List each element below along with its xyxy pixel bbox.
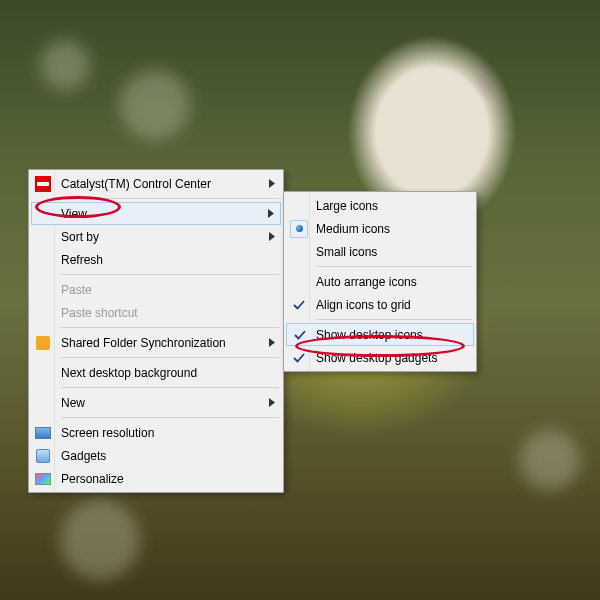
menu-item-paste: Paste — [31, 278, 281, 301]
ati-icon — [35, 176, 51, 192]
checkmark-icon — [290, 349, 308, 367]
menu-separator — [316, 266, 472, 267]
menu-item-new[interactable]: New — [31, 391, 281, 414]
menu-item-catalyst[interactable]: Catalyst(TM) Control Center — [31, 172, 281, 195]
menu-item-personalize[interactable]: Personalize — [31, 467, 281, 490]
menu-label: Sort by — [61, 230, 99, 244]
personalize-icon — [35, 471, 51, 487]
menu-separator — [316, 319, 472, 320]
submenu-item-align-to-grid[interactable]: Align icons to grid — [286, 293, 474, 316]
menu-item-paste-shortcut: Paste shortcut — [31, 301, 281, 324]
submenu-arrow-icon — [269, 177, 275, 191]
submenu-arrow-icon — [269, 336, 275, 350]
menu-label: Medium icons — [316, 222, 390, 236]
menu-label: Show desktop gadgets — [316, 351, 437, 365]
submenu-arrow-icon — [268, 207, 274, 221]
menu-item-shared-folder-sync[interactable]: Shared Folder Synchronization — [31, 331, 281, 354]
submenu-item-small-icons[interactable]: Small icons — [286, 240, 474, 263]
menu-item-view[interactable]: View — [31, 202, 281, 225]
menu-label: Next desktop background — [61, 366, 197, 380]
submenu-item-show-desktop-icons[interactable]: Show desktop icons — [286, 323, 474, 346]
submenu-arrow-icon — [269, 396, 275, 410]
menu-item-screen-resolution[interactable]: Screen resolution — [31, 421, 281, 444]
menu-label: Large icons — [316, 199, 378, 213]
menu-item-sort-by[interactable]: Sort by — [31, 225, 281, 248]
menu-label: Shared Folder Synchronization — [61, 336, 226, 350]
checkmark-icon — [290, 296, 308, 314]
menu-label: Gadgets — [61, 449, 106, 463]
menu-label: Refresh — [61, 253, 103, 267]
menu-label: View — [61, 207, 87, 221]
menu-separator — [61, 274, 279, 275]
menu-label: Personalize — [61, 472, 124, 486]
menu-separator — [61, 357, 279, 358]
monitor-icon — [35, 425, 51, 441]
submenu-item-show-desktop-gadgets[interactable]: Show desktop gadgets — [286, 346, 474, 369]
submenu-item-large-icons[interactable]: Large icons — [286, 194, 474, 217]
menu-separator — [61, 417, 279, 418]
menu-separator — [61, 387, 279, 388]
menu-label: Auto arrange icons — [316, 275, 417, 289]
submenu-item-auto-arrange[interactable]: Auto arrange icons — [286, 270, 474, 293]
menu-label: Align icons to grid — [316, 298, 411, 312]
menu-separator — [61, 198, 279, 199]
submenu-item-medium-icons[interactable]: Medium icons — [286, 217, 474, 240]
checkmark-icon — [291, 326, 309, 344]
menu-item-gadgets[interactable]: Gadgets — [31, 444, 281, 467]
desktop-context-menu: Catalyst(TM) Control Center View Sort by… — [28, 169, 284, 493]
shared-folder-icon — [35, 335, 51, 351]
menu-item-refresh[interactable]: Refresh — [31, 248, 281, 271]
menu-label: Catalyst(TM) Control Center — [61, 177, 211, 191]
submenu-arrow-icon — [269, 230, 275, 244]
menu-label: New — [61, 396, 85, 410]
menu-label: Small icons — [316, 245, 377, 259]
menu-label: Screen resolution — [61, 426, 154, 440]
menu-label: Paste shortcut — [61, 306, 138, 320]
radio-selected-icon — [290, 220, 308, 238]
menu-separator — [61, 327, 279, 328]
menu-label: Paste — [61, 283, 92, 297]
menu-item-next-background[interactable]: Next desktop background — [31, 361, 281, 384]
menu-label: Show desktop icons — [316, 328, 423, 342]
gadgets-icon — [35, 448, 51, 464]
view-submenu: Large icons Medium icons Small icons Aut… — [283, 191, 477, 372]
